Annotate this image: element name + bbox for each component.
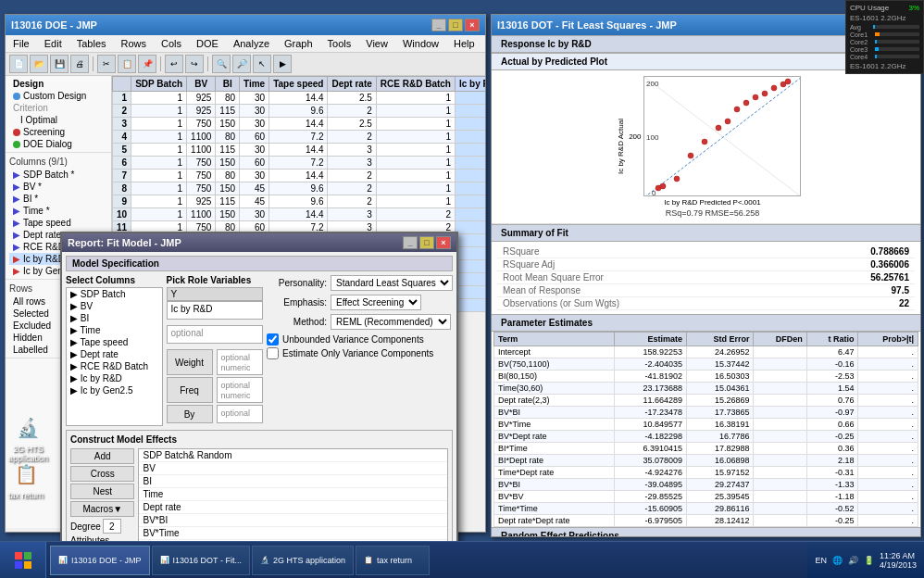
add-effect-btn[interactable]: Add	[70, 448, 134, 464]
role-optional-box[interactable]: optional	[167, 325, 264, 344]
col-bi[interactable]: ▶ BI *	[9, 193, 107, 205]
panel-design-label[interactable]: Design	[9, 78, 107, 90]
col-item-tape[interactable]: ▶ Tape speed	[67, 336, 162, 348]
th-rce-batch[interactable]: RCE R&D Batch	[376, 77, 455, 92]
menu-rows[interactable]: Rows	[118, 37, 151, 50]
tb-find[interactable]: 🔍	[212, 55, 231, 73]
param-estimates-header[interactable]: Parameter Estimates	[492, 314, 920, 332]
weight-btn[interactable]: Weight	[167, 349, 213, 375]
panel-screening[interactable]: Screening	[9, 126, 107, 138]
effect-bi[interactable]: BI	[139, 475, 447, 488]
model-maximize-btn[interactable]: □	[419, 236, 434, 249]
doe-minimize-btn[interactable]: _	[431, 19, 446, 31]
taskbar-item-2ghts[interactable]: 🔬 2G HTS application	[252, 546, 354, 575]
personality-select[interactable]: Standard Least Squares	[331, 275, 453, 291]
tb-copy[interactable]: 📋	[118, 55, 136, 73]
param-cell: 16.38191	[687, 419, 754, 431]
col-item-dept[interactable]: ▶ Dept rate	[67, 348, 162, 360]
degree-input[interactable]	[103, 519, 121, 534]
col-item-sdp[interactable]: ▶ SDP Batch	[67, 288, 162, 300]
th-ic-rd[interactable]: Ic by R&D	[455, 77, 485, 92]
col-bv[interactable]: ▶ BV *	[9, 181, 107, 193]
cross-effect-btn[interactable]: Cross	[70, 466, 134, 482]
tb-save[interactable]: 💾	[50, 55, 69, 73]
desktop-icon-tax[interactable]: 📋 tax return	[5, 456, 47, 504]
effect-dept-rate[interactable]: Dept rate	[139, 501, 447, 514]
th-dept-rate[interactable]: Dept rate	[328, 77, 376, 92]
panel-custom-design[interactable]: Custom Design	[9, 90, 107, 102]
nest-effect-btn[interactable]: Nest	[70, 484, 134, 499]
tb-undo[interactable]: ↩	[165, 55, 183, 73]
tb-new[interactable]: 📄	[9, 55, 28, 73]
param-cell: -0.25	[806, 515, 858, 527]
macros-btn[interactable]: Macros▼	[70, 501, 134, 517]
method-select[interactable]: REML (Recommended)	[331, 314, 451, 330]
tb-open[interactable]: 📂	[30, 55, 48, 73]
random-effect-header[interactable]: Random Effect Predictions	[492, 527, 920, 536]
col-item-icgen[interactable]: ▶ Ic by Gen2.5	[67, 384, 162, 396]
th-tape-speed[interactable]: Tape speed	[269, 77, 328, 92]
tb-run[interactable]: ▶	[273, 55, 292, 73]
taskbar-item-tax[interactable]: 📋 tax return	[356, 546, 430, 575]
emphasis-select[interactable]: Effect Screening	[331, 295, 421, 310]
columns-list[interactable]: ▶ SDP Batch ▶ BV ▶ BI ▶ Time ▶ Tape spee…	[66, 287, 163, 426]
doe-maximize-btn[interactable]: □	[448, 19, 463, 31]
freq-box[interactable]: optional numeric	[217, 377, 264, 403]
by-box[interactable]: optional	[217, 405, 264, 423]
clock[interactable]: 11:26 AM 4/19/2013	[880, 551, 917, 570]
unbounded-cb[interactable]	[267, 333, 279, 346]
effect-time[interactable]: Time	[139, 488, 447, 501]
th-bv[interactable]: BV	[187, 77, 216, 92]
menu-doe[interactable]: DOE	[193, 37, 222, 50]
menu-view[interactable]: View	[362, 37, 392, 50]
col-item-rce[interactable]: ▶ RCE R&D Batch	[67, 360, 162, 372]
effect-bv-bi[interactable]: BV*BI	[139, 514, 447, 527]
th-estimate: Estimate	[615, 333, 687, 346]
menu-analyze[interactable]: Analyze	[230, 37, 273, 50]
menu-cols[interactable]: Cols	[157, 37, 185, 50]
col-item-time[interactable]: ▶ Time	[67, 324, 162, 336]
col-time[interactable]: ▶ Time *	[9, 205, 107, 217]
menu-tools[interactable]: Tools	[324, 37, 356, 50]
col-tape-speed[interactable]: ▶ Tape speed	[9, 217, 107, 229]
emphasis-label: Emphasis:	[267, 297, 327, 308]
th-bi[interactable]: BI	[216, 77, 240, 92]
effect-bv[interactable]: BV	[139, 462, 447, 475]
estimate-cb[interactable]	[267, 347, 279, 359]
col-item-bi[interactable]: ▶ BI	[67, 312, 162, 324]
weight-box[interactable]: optional numeric	[217, 349, 264, 375]
col-item-icrd[interactable]: ▶ Ic by R&D	[67, 372, 162, 384]
menu-file[interactable]: File	[9, 37, 33, 50]
effect-sdp-batch[interactable]: SDP Batch& Random	[139, 449, 447, 462]
menu-edit[interactable]: Edit	[41, 37, 66, 50]
model-spec-window-controls[interactable]: _ □ ×	[403, 236, 451, 249]
freq-btn[interactable]: Freq	[167, 377, 213, 403]
menu-graph[interactable]: Graph	[281, 37, 317, 50]
menu-help[interactable]: Help	[450, 37, 479, 50]
tb-zoom[interactable]: 🔎	[232, 55, 251, 73]
tb-cut[interactable]: ✂	[97, 55, 116, 73]
doe-window-controls[interactable]: _ □ ×	[431, 19, 480, 31]
col-sdp-batch[interactable]: ▶ SDP Batch *	[9, 169, 107, 181]
model-minimize-btn[interactable]: _	[403, 236, 418, 249]
fit-ls-content[interactable]: Response Ic by R&D Actual by Predicted P…	[492, 35, 920, 536]
menu-window[interactable]: Window	[399, 37, 443, 50]
by-btn[interactable]: By	[167, 405, 213, 423]
role-y-box[interactable]: Ic by R&D	[167, 301, 264, 320]
tb-redo[interactable]: ↪	[185, 55, 204, 73]
menu-tables[interactable]: Tables	[73, 37, 110, 50]
doe-close-btn[interactable]: ×	[465, 19, 480, 31]
col-item-bv[interactable]: ▶ BV	[67, 300, 162, 312]
taskbar-item-doe[interactable]: 📊 I13016 DOE - JMP	[50, 546, 150, 575]
tb-select[interactable]: ↖	[253, 55, 271, 73]
th-time[interactable]: Time	[240, 77, 269, 92]
taskbar-item-dot[interactable]: 📊 I13016 DOT - Fit...	[152, 546, 250, 575]
th-sdp-batch[interactable]: SDP Batch	[131, 77, 187, 92]
effect-bv-time[interactable]: BV*Time	[139, 527, 447, 540]
panel-doe-dialog[interactable]: DOE Dialog	[9, 138, 107, 150]
start-button[interactable]	[0, 542, 46, 579]
model-close-btn[interactable]: ×	[436, 236, 451, 249]
summary-fit-header[interactable]: Summary of Fit	[492, 224, 920, 242]
tb-paste[interactable]: 📌	[138, 55, 156, 73]
tb-print[interactable]: 🖨	[70, 55, 89, 73]
